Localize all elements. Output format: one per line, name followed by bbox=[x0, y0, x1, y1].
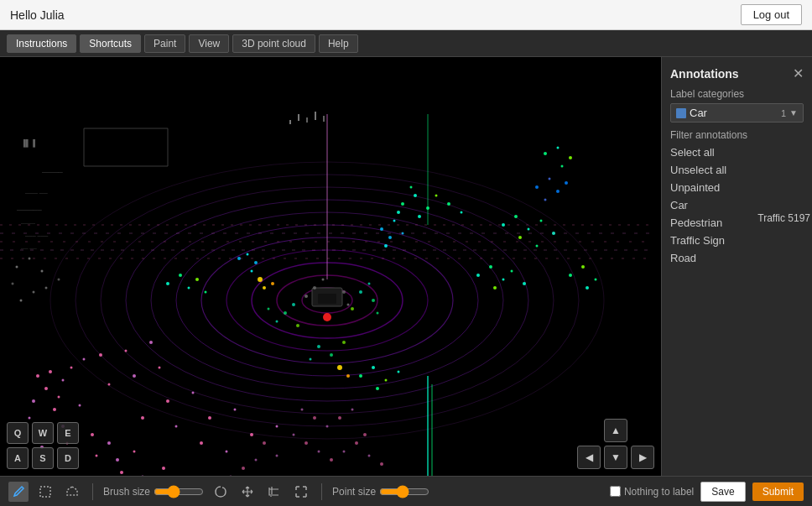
svg-point-73 bbox=[518, 236, 522, 239]
svg-point-47 bbox=[120, 471, 123, 474]
svg-point-38 bbox=[200, 441, 203, 445]
filter-select-all[interactable]: Select all bbox=[670, 144, 804, 160]
svg-rect-120 bbox=[298, 114, 299, 121]
svg-point-32 bbox=[166, 399, 169, 403]
nav-shortcuts[interactable]: Shortcuts bbox=[80, 34, 141, 53]
svg-point-19 bbox=[70, 367, 73, 369]
svg-point-148 bbox=[296, 324, 299, 327]
svg-point-96 bbox=[586, 286, 589, 290]
svg-point-54 bbox=[29, 258, 31, 260]
svg-rect-121 bbox=[306, 117, 308, 123]
svg-point-94 bbox=[581, 265, 585, 269]
svg-point-92 bbox=[398, 371, 400, 373]
filter-road[interactable]: Road bbox=[670, 250, 804, 266]
svg-point-68 bbox=[447, 202, 450, 206]
crop-tool-button[interactable] bbox=[264, 482, 284, 502]
nav-3d-point-cloud[interactable]: 3D point cloud bbox=[232, 34, 315, 53]
lasso-tool-button[interactable] bbox=[211, 482, 231, 502]
category-color-swatch bbox=[676, 108, 686, 118]
svg-point-155 bbox=[317, 345, 320, 348]
toolbar-separator-2 bbox=[321, 483, 322, 500]
svg-point-151 bbox=[372, 299, 375, 302]
svg-rect-13 bbox=[318, 294, 336, 304]
label-categories-label: Label categories bbox=[670, 88, 804, 100]
filter-car[interactable]: Car bbox=[670, 197, 804, 213]
svg-point-70 bbox=[502, 223, 505, 227]
svg-point-25 bbox=[53, 408, 56, 411]
nothing-to-label-checkbox[interactable]: Nothing to label bbox=[610, 486, 694, 498]
svg-point-79 bbox=[502, 279, 505, 281]
point-size-label: Point size bbox=[332, 486, 376, 498]
bottom-right-controls: Nothing to label Save Submit bbox=[610, 482, 804, 502]
arrow-up-button[interactable]: ▲ bbox=[604, 419, 627, 442]
fullscreen-button[interactable] bbox=[291, 482, 311, 502]
svg-point-146 bbox=[284, 311, 287, 315]
arrow-row-middle: ◀ ▼ ▶ bbox=[577, 446, 654, 469]
kb-row-top: Q W E bbox=[7, 422, 79, 444]
svg-point-178 bbox=[276, 455, 278, 457]
svg-point-66 bbox=[435, 195, 438, 197]
move-tool-button[interactable] bbox=[237, 482, 258, 502]
svg-point-172 bbox=[318, 451, 320, 453]
arrow-right-button[interactable]: ▶ bbox=[631, 446, 654, 469]
select-rect-tool-button[interactable] bbox=[35, 482, 55, 502]
svg-text:▐▌▐: ▐▌▐ bbox=[21, 138, 35, 148]
svg-point-39 bbox=[226, 451, 228, 453]
svg-point-86 bbox=[195, 278, 199, 281]
svg-point-101 bbox=[380, 227, 383, 231]
point-cloud-svg: ▐▌▐ ───── ─── ── ────── ──── ─── ─── ── … bbox=[0, 57, 661, 476]
bottom-toolbar: Brush size Point size Nothing to lab bbox=[0, 476, 812, 506]
svg-point-77 bbox=[476, 274, 480, 277]
svg-point-116 bbox=[271, 282, 274, 285]
filter-unselect-all[interactable]: Unselect all bbox=[670, 162, 804, 178]
label-category-dropdown[interactable]: Car 1 ▼ bbox=[670, 103, 804, 123]
arrow-down-button[interactable]: ▼ bbox=[604, 446, 627, 469]
svg-point-95 bbox=[595, 279, 597, 281]
svg-point-45 bbox=[116, 458, 119, 462]
svg-point-23 bbox=[99, 353, 102, 357]
svg-point-65 bbox=[410, 186, 413, 189]
nav-paint[interactable]: Paint bbox=[144, 34, 185, 53]
key-w: W bbox=[32, 422, 54, 444]
logout-button[interactable]: Log out bbox=[741, 4, 802, 25]
point-size-slider[interactable] bbox=[379, 485, 429, 498]
svg-point-109 bbox=[544, 199, 547, 201]
select-poly-tool-button[interactable] bbox=[62, 482, 82, 502]
svg-point-90 bbox=[385, 379, 388, 382]
svg-point-22 bbox=[83, 358, 86, 361]
svg-point-41 bbox=[276, 425, 278, 428]
svg-point-78 bbox=[489, 265, 492, 269]
arrow-left-button[interactable]: ◀ bbox=[577, 446, 601, 469]
nothing-checkbox[interactable] bbox=[610, 486, 621, 497]
filter-unpainted[interactable]: Unpainted bbox=[670, 180, 804, 196]
svg-point-89 bbox=[372, 366, 375, 369]
svg-point-181 bbox=[242, 467, 245, 470]
svg-point-107 bbox=[549, 178, 551, 180]
save-button[interactable]: Save bbox=[700, 482, 745, 502]
submit-button[interactable]: Submit bbox=[752, 483, 804, 501]
nav-view[interactable]: View bbox=[189, 34, 229, 53]
svg-point-161 bbox=[322, 279, 325, 281]
nav-help[interactable]: Help bbox=[319, 34, 358, 53]
panel-title: Annotations bbox=[670, 67, 739, 81]
brush-size-slider[interactable] bbox=[154, 485, 204, 498]
svg-point-115 bbox=[258, 277, 263, 282]
panel-close-button[interactable]: ✕ bbox=[793, 65, 804, 81]
svg-point-154 bbox=[377, 312, 379, 315]
filter-traffic-sign[interactable]: Traffic Sign bbox=[670, 232, 804, 248]
svg-point-26 bbox=[79, 404, 81, 407]
svg-point-53 bbox=[16, 266, 18, 269]
svg-point-110 bbox=[565, 181, 568, 185]
svg-point-169 bbox=[363, 433, 367, 436]
svg-point-20 bbox=[32, 399, 35, 403]
svg-point-103 bbox=[393, 220, 396, 222]
filter-annotations-section: Filter annotations Select all Unselect a… bbox=[670, 129, 804, 266]
keyboard-hints: Q W E A S D bbox=[7, 422, 79, 469]
svg-point-59 bbox=[45, 287, 48, 290]
annotations-panel: Annotations ✕ Label categories Car 1 ▼ F… bbox=[661, 57, 812, 476]
category-dropdown-arrow: ▼ bbox=[789, 108, 798, 117]
nav-instructions[interactable]: Instructions bbox=[7, 34, 76, 53]
canvas-area[interactable]: ▐▌▐ ───── ─── ── ────── ──── ─── ─── ── … bbox=[0, 57, 661, 476]
svg-point-18 bbox=[44, 387, 48, 390]
pencil-tool-button[interactable] bbox=[8, 482, 29, 502]
